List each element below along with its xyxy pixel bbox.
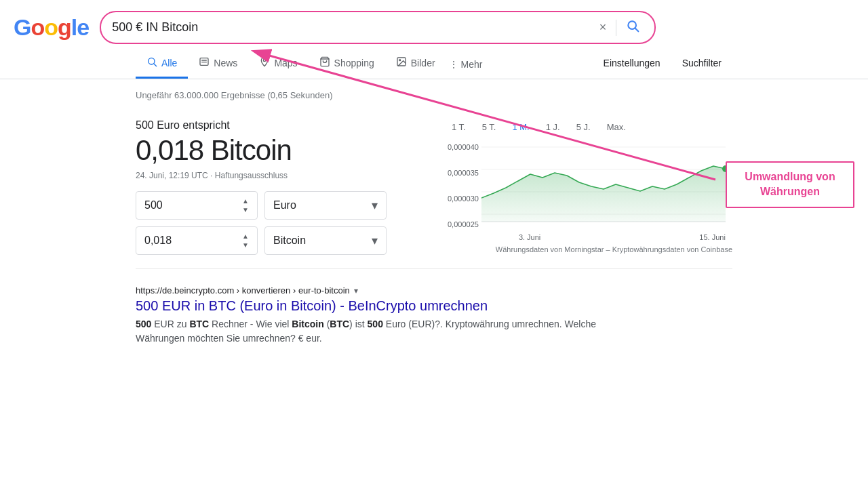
search-divider (616, 20, 616, 36)
annotation-box: Umwandlung von Währungen (726, 161, 854, 208)
from-currency-dropdown-icon: ▾ (372, 198, 378, 213)
settings-label: Einstellungen (604, 58, 660, 68)
maps-icon (259, 56, 270, 70)
tab-news-label: News (214, 58, 237, 68)
filter-tab[interactable]: Suchfilter (671, 51, 732, 77)
to-amount-input[interactable] (144, 235, 226, 247)
search-button[interactable] (622, 18, 644, 37)
converter-left: 500 Euro entspricht 0,018 Bitcoin 24. Ju… (136, 119, 420, 255)
chart-x-label-1: 3. Juni (519, 233, 540, 241)
search-result: https://de.beincrypto.com › konvertieren… (136, 283, 732, 348)
shopping-icon (319, 56, 330, 70)
chart-y-label-1: 0,000025 (448, 220, 479, 228)
search-bar: × (100, 11, 656, 44)
chart-tabs: 1 T. 5 T. 1 M. 1 J. 5 J. Max. (448, 119, 732, 135)
to-currency-label: Bitcoin (273, 235, 372, 247)
more-button[interactable]: ⋮ Mehr (446, 52, 486, 77)
to-stepper-down-icon[interactable]: ▼ (242, 241, 249, 249)
converter-card: 500 Euro entspricht 0,018 Bitcoin 24. Ju… (136, 108, 732, 269)
from-currency-label: Euro (273, 199, 372, 211)
more-dots-icon: ⋮ (449, 59, 458, 70)
google-logo: Google (14, 14, 89, 41)
chart-tab-max[interactable]: Max. (603, 119, 630, 135)
tab-shopping-label: Shopping (334, 58, 374, 68)
to-currency-select[interactable]: Bitcoin ▾ (264, 226, 387, 255)
chart-x-label-2: 15. Juni (699, 233, 726, 241)
to-stepper-up-icon[interactable]: ▲ (242, 232, 249, 240)
filter-label: Suchfilter (682, 58, 722, 68)
clear-button[interactable]: × (595, 19, 611, 36)
result-url-dropdown-icon[interactable]: ▾ (354, 286, 358, 296)
result-url-line: https://de.beincrypto.com › konvertieren… (136, 285, 732, 296)
result-title[interactable]: 500 EUR in BTC (Euro in Bitcoin) - BeInC… (136, 297, 732, 314)
chart-y-label-3: 0,000035 (448, 169, 479, 177)
tab-bilder-label: Bilder (411, 58, 435, 68)
chart-y-label-4: 0,000040 (448, 143, 479, 151)
search-input[interactable] (112, 20, 589, 35)
results-area: Ungefähr 63.000.000 Ergebnisse (0,65 Sek… (0, 79, 868, 354)
converter-from-row: ▲ ▼ Euro ▾ (136, 191, 420, 220)
tab-maps-label: Maps (274, 58, 297, 68)
chart-svg (481, 140, 726, 228)
chart-x-labels: 3. Juni 15. Juni (481, 233, 726, 241)
to-amount-wrapper[interactable]: ▲ ▼ (136, 226, 258, 255)
nav-right: Einstellungen Suchfilter (593, 51, 732, 77)
search-bar-wrapper: × (100, 11, 656, 44)
more-label: Mehr (460, 59, 482, 70)
chart-tab-1m[interactable]: 1 M. (508, 119, 533, 135)
svg-point-10 (399, 60, 400, 61)
chart-tab-1t[interactable]: 1 T. (448, 119, 470, 135)
converter-date: 24. Juni, 12:19 UTC · Haftungsausschluss (136, 171, 420, 180)
tab-news[interactable]: News (188, 49, 248, 79)
settings-tab[interactable]: Einstellungen (593, 51, 671, 77)
chart-tab-5j[interactable]: 5 J. (572, 119, 595, 135)
chart-tab-1j[interactable]: 1 J. (542, 119, 564, 135)
converter-title: 500 Euro entspricht (136, 119, 420, 131)
converter-inputs: ▲ ▼ Euro ▾ ▲ ▼ (136, 191, 420, 255)
results-count: Ungefähr 63.000.000 Ergebnisse (0,65 Sek… (136, 85, 732, 108)
chart-tab-5t[interactable]: 5 T. (478, 119, 500, 135)
converter-result: 0,018 Bitcoin (136, 134, 420, 167)
result-snippet: 500 EUR zu BTC Rechner - Wie viel Bitcoi… (136, 317, 610, 346)
news-icon (199, 56, 210, 70)
from-currency-select[interactable]: Euro ▾ (264, 191, 387, 220)
from-stepper[interactable]: ▲ ▼ (242, 197, 249, 214)
nav-tabs: Alle News Maps Shopping Bilder ⋮ Mehr Ei… (0, 49, 868, 79)
from-amount-input[interactable] (144, 199, 226, 211)
tab-bilder[interactable]: Bilder (385, 49, 446, 79)
svg-point-7 (264, 59, 266, 61)
search-icon (146, 56, 157, 70)
tab-shopping[interactable]: Shopping (309, 49, 385, 79)
stepper-down-icon[interactable]: ▼ (242, 206, 249, 214)
chart-y-label-2: 0,000030 (448, 195, 479, 203)
bilder-icon (396, 56, 407, 70)
tab-alle[interactable]: Alle (136, 49, 188, 79)
to-currency-dropdown-icon: ▾ (372, 233, 378, 248)
stepper-up-icon[interactable]: ▲ (242, 197, 249, 205)
tab-maps[interactable]: Maps (248, 49, 308, 79)
svg-line-3 (154, 64, 157, 66)
converter-to-row: ▲ ▼ Bitcoin ▾ (136, 226, 420, 255)
to-stepper[interactable]: ▲ ▼ (242, 232, 249, 249)
chart-footer: Währungsdaten von Morningstar – Kryptowä… (448, 245, 732, 253)
svg-line-1 (635, 28, 639, 32)
converter-chart-area: 1 T. 5 T. 1 M. 1 J. 5 J. Max. 0,000040 0… (448, 119, 732, 255)
tab-alle-label: Alle (161, 58, 177, 68)
result-url: https://de.beincrypto.com › konvertieren… (136, 285, 350, 296)
from-amount-wrapper[interactable]: ▲ ▼ (136, 191, 258, 220)
